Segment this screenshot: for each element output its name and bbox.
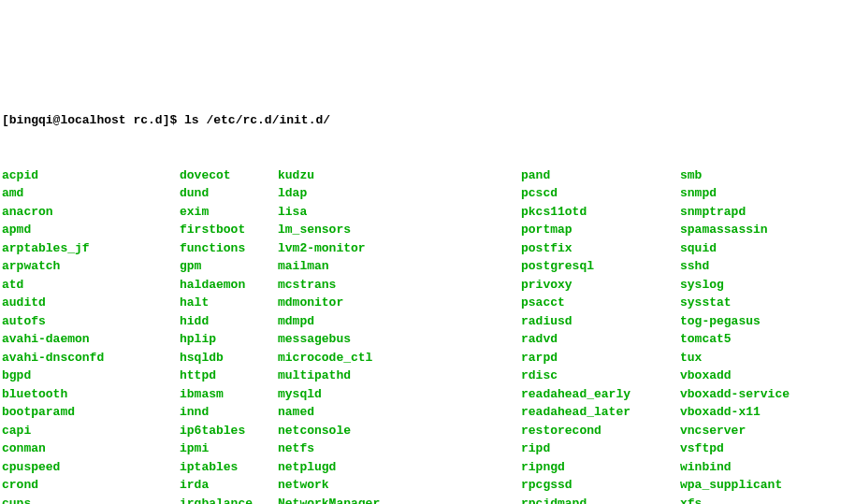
file-entry: network [278,476,521,495]
file-entry: vboxadd [680,367,839,385]
file-entry: avahi-dnsconfd [2,349,180,367]
file-entry: lvm2-monitor [278,239,521,258]
file-entry: arptables_jf [2,239,180,258]
file-entry: tux [680,349,839,367]
file-entry: privoxy [521,276,680,295]
file-entry: bluetooth [2,385,180,404]
file-entry: wpa_supplicant [680,476,839,495]
terminal-output: [bingqi@localhost rc.d]$ ls /etc/rc.d/in… [2,75,853,504]
file-entry: vboxadd-service [680,385,839,404]
file-entry: NetworkManager [278,495,521,505]
file-entry: tog-pegasus [680,312,839,331]
file-entry: squid [680,239,839,258]
file-entry: bgpd [2,367,180,385]
file-entry: httpd [180,367,278,385]
file-entry: avahi-daemon [2,330,180,349]
file-entry: exim [180,203,278,222]
file-entry: arpwatch [2,257,180,276]
file-entry: pkcs11otd [521,203,680,222]
file-entry: syslog [680,276,839,295]
file-entry: ip6tables [180,422,278,440]
file-entry: firstboot [180,221,278,239]
file-entry: conman [2,439,180,458]
file-entry: kudzu [278,166,521,185]
file-entry: ripngd [521,458,680,477]
file-entry: smb [680,166,839,185]
file-entry: apmd [2,221,180,239]
file-entry: dund [180,184,278,203]
file-entry: radiusd [521,312,680,331]
file-entry: mysqld [278,385,521,404]
file-entry: restorecond [521,422,680,440]
file-entry: lm_sensors [278,221,521,239]
column-2: dovecotdundeximfirstbootfunctionsgpmhald… [180,166,278,505]
file-entry: rdisc [521,367,680,385]
file-entry: radvd [521,330,680,349]
file-entry: messagebus [278,330,521,349]
column-3: kudzuldaplisalm_sensorslvm2-monitormailm… [278,166,521,505]
file-entry: postgresql [521,257,680,276]
file-entry: halt [180,294,278,312]
file-entry: sysstat [680,294,839,312]
file-entry: rpcgssd [521,476,680,495]
file-entry: mcstrans [278,276,521,295]
file-entry: spamassassin [680,221,839,239]
file-entry: atd [2,276,180,295]
file-entry: netconsole [278,422,521,440]
file-entry: hidd [180,312,278,331]
file-entry: vncserver [680,422,839,440]
file-entry: iptables [180,458,278,477]
file-entry: mdmpd [278,312,521,331]
file-entry: vboxadd-x11 [680,403,839,422]
file-entry: snmpd [680,184,839,203]
file-entry: rpcidmapd [521,495,680,505]
file-entry: ibmasm [180,385,278,404]
file-entry: anacron [2,203,180,222]
file-entry: portmap [521,221,680,239]
file-entry: multipathd [278,367,521,385]
file-entry: microcode_ctl [278,349,521,367]
file-entry: ipmi [180,439,278,458]
column-4: pandpcscdpkcs11otdportmappostfixpostgres… [521,166,680,505]
file-entry: cpuspeed [2,458,180,477]
file-entry: netfs [278,439,521,458]
file-entry: bootparamd [2,403,180,422]
file-entry: readahead_later [521,403,680,422]
file-entry: named [278,403,521,422]
file-entry: pand [521,166,680,185]
file-entry: psacct [521,294,680,312]
file-entry: acpid [2,166,180,185]
shell-prompt: [bingqi@localhost rc.d]$ [2,113,177,127]
file-entry: functions [180,239,278,258]
file-entry: autofs [2,312,180,331]
prompt-line: [bingqi@localhost rc.d]$ ls /etc/rc.d/in… [2,111,853,130]
file-entry: innd [180,403,278,422]
file-entry: capi [2,422,180,440]
file-entry: readahead_early [521,385,680,404]
file-entry: sshd [680,257,839,276]
file-entry: hsqldb [180,349,278,367]
file-entry: vsftpd [680,439,839,458]
file-entry: winbind [680,458,839,477]
file-entry: lisa [278,203,521,222]
file-entry: ripd [521,439,680,458]
file-entry: irqbalance [180,495,278,505]
file-entry: crond [2,476,180,495]
file-entry: dovecot [180,166,278,185]
shell-command: ls /etc/rc.d/init.d/ [184,113,330,127]
file-entry: xfs [680,495,839,505]
file-entry: snmptrapd [680,203,839,222]
file-entry: mdmonitor [278,294,521,312]
file-entry: pcscd [521,184,680,203]
file-entry: auditd [2,294,180,312]
file-entry: tomcat5 [680,330,839,349]
file-entry: netplugd [278,458,521,477]
file-entry: irda [180,476,278,495]
file-entry: gpm [180,257,278,276]
file-entry: amd [2,184,180,203]
file-entry: rarpd [521,349,680,367]
file-entry: haldaemon [180,276,278,295]
column-5: smbsnmpdsnmptrapdspamassassinsquidsshdsy… [680,166,839,505]
file-entry: ldap [278,184,521,203]
column-1: acpidamdanacronapmdarptables_jfarpwatcha… [2,166,180,505]
